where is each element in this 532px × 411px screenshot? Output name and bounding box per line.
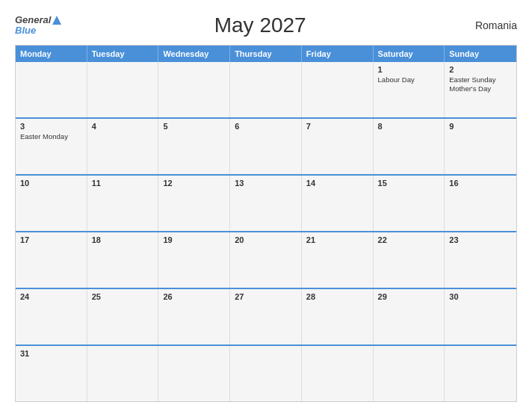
header: General Blue May 2027 Romania (15, 13, 517, 37)
calendar-title: May 2027 (63, 13, 457, 37)
day-number: 12 (163, 179, 225, 188)
calendar-cell (230, 62, 302, 117)
calendar-cell (374, 346, 445, 401)
calendar-cell: 11 (87, 176, 159, 231)
day-number: 27 (235, 292, 297, 301)
day-number: 10 (20, 179, 82, 188)
day-number: 15 (378, 179, 440, 188)
header-sunday: Sunday (445, 46, 516, 62)
event-label: Mother's Day (449, 84, 512, 93)
header-friday: Friday (302, 46, 374, 62)
header-monday: Monday (16, 46, 87, 62)
country-label: Romania (457, 19, 517, 31)
day-number: 18 (92, 235, 154, 244)
calendar-week-4: 17181920212223 (16, 231, 516, 288)
day-number: 3 (20, 122, 82, 131)
day-number: 21 (306, 235, 368, 244)
calendar-cell: 29 (374, 289, 445, 344)
day-number: 30 (449, 292, 512, 301)
header-thursday: Thursday (230, 46, 302, 62)
day-number: 1 (378, 65, 440, 74)
day-number: 28 (306, 292, 368, 301)
event-label: Labour Day (378, 75, 440, 84)
svg-marker-0 (52, 16, 61, 25)
calendar-cell: 25 (87, 289, 159, 344)
day-number: 25 (92, 292, 154, 301)
calendar-cell: 4 (87, 119, 159, 174)
calendar-cell: 18 (87, 232, 159, 288)
calendar-cell: 28 (302, 289, 374, 344)
day-number: 4 (92, 122, 154, 131)
calendar-cell: 9 (445, 119, 516, 174)
calendar-week-2: 3Easter Monday456789 (16, 117, 516, 174)
event-label: Easter Monday (20, 132, 82, 141)
event-label: Easter Sunday (449, 75, 512, 84)
calendar-cell (230, 346, 302, 401)
day-number: 8 (378, 122, 440, 131)
calendar-cell (87, 62, 159, 117)
calendar-cell: 27 (230, 289, 302, 344)
calendar-cell: 24 (16, 289, 87, 344)
calendar-cell: 26 (158, 289, 230, 344)
day-number: 26 (163, 292, 225, 301)
calendar-week-3: 10111213141516 (16, 174, 516, 231)
day-number: 14 (306, 179, 368, 188)
calendar: Monday Tuesday Wednesday Thursday Friday… (15, 45, 517, 402)
calendar-week-6: 31 (16, 344, 516, 401)
calendar-cell: 10 (16, 176, 87, 231)
calendar-cell (158, 62, 230, 117)
day-number: 20 (235, 235, 297, 244)
calendar-cell: 20 (230, 232, 302, 288)
header-tuesday: Tuesday (87, 46, 159, 62)
day-number: 16 (449, 179, 512, 188)
day-number: 7 (306, 122, 368, 131)
calendar-cell: 15 (374, 176, 445, 231)
calendar-cell: 1Labour Day (374, 62, 445, 117)
calendar-cell: 17 (16, 232, 87, 288)
day-number: 9 (449, 122, 512, 131)
logo-blue-text: Blue (15, 25, 36, 36)
page: General Blue May 2027 Romania Monday Tue… (0, 0, 532, 411)
calendar-cell: 31 (16, 346, 87, 401)
day-number: 23 (449, 235, 512, 244)
calendar-cell: 5 (158, 119, 230, 174)
calendar-header: Monday Tuesday Wednesday Thursday Friday… (16, 46, 516, 62)
header-saturday: Saturday (374, 46, 445, 62)
calendar-cell: 3Easter Monday (16, 119, 87, 174)
calendar-cell (445, 346, 516, 401)
calendar-cell: 23 (445, 232, 516, 288)
calendar-cell: 8 (374, 119, 445, 174)
logo-general-text: General (15, 15, 51, 25)
calendar-cell: 7 (302, 119, 374, 174)
day-number: 29 (378, 292, 440, 301)
logo: General Blue (15, 15, 63, 37)
calendar-week-1: 1Labour Day2Easter SundayMother's Day (16, 62, 516, 117)
day-number: 22 (378, 235, 440, 244)
header-wednesday: Wednesday (158, 46, 230, 62)
calendar-cell: 19 (158, 232, 230, 288)
day-number: 17 (20, 235, 82, 244)
day-number: 11 (92, 179, 154, 188)
calendar-cell (302, 62, 374, 117)
calendar-cell: 12 (158, 176, 230, 231)
calendar-cell: 16 (445, 176, 516, 231)
calendar-week-5: 24252627282930 (16, 288, 516, 344)
calendar-cell: 22 (374, 232, 445, 288)
calendar-cell (302, 346, 374, 401)
day-number: 2 (449, 65, 512, 74)
calendar-cell: 13 (230, 176, 302, 231)
calendar-cell (87, 346, 159, 401)
day-number: 31 (20, 349, 82, 358)
day-number: 19 (163, 235, 225, 244)
day-number: 24 (20, 292, 82, 301)
calendar-cell: 14 (302, 176, 374, 231)
day-number: 6 (235, 122, 297, 131)
calendar-cell: 21 (302, 232, 374, 288)
calendar-cell (158, 346, 230, 401)
calendar-cell (16, 62, 87, 117)
calendar-cell: 30 (445, 289, 516, 344)
day-number: 5 (163, 122, 225, 131)
calendar-cell: 2Easter SundayMother's Day (445, 62, 516, 117)
day-number: 13 (235, 179, 297, 188)
calendar-body: 1Labour Day2Easter SundayMother's Day3Ea… (16, 62, 516, 401)
